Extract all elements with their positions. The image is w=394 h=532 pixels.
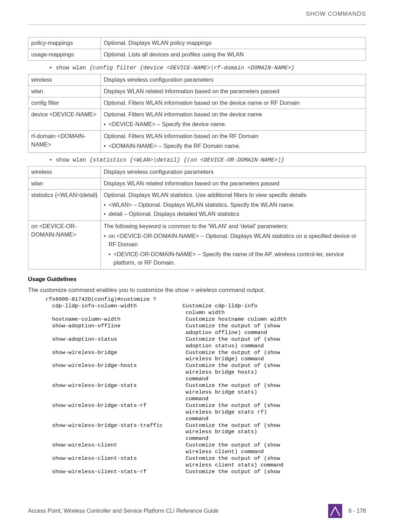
cell: usage-mappings xyxy=(28,49,101,60)
cli-output-block: rfs6000-81742D(config)#customize ? cdp-l… xyxy=(46,296,366,475)
cell: Optional. Lists all devices and profiles… xyxy=(101,49,366,60)
footer-left-text: Access Point, Wireless Controller and Se… xyxy=(28,508,219,514)
table-row: wireless Displays wireless configuration… xyxy=(28,74,366,86)
usage-text-pre: The customize command enables you to cus… xyxy=(28,287,175,293)
cell: policy-mappings xyxy=(28,37,101,49)
cell: Displays WLAN related information based … xyxy=(101,86,366,97)
cell: Optional. Filters WLAN information based… xyxy=(101,97,366,109)
table-row: wlan Displays WLAN related information b… xyxy=(28,86,366,97)
cell: The following keyword is common to the '… xyxy=(101,220,366,269)
table-row: wireless Displays wireless configuration… xyxy=(28,166,366,178)
brand-logo-icon xyxy=(328,504,342,518)
cell: wlan xyxy=(28,86,101,97)
table-row: on <DEVICE-OR-DOMAIN-NAME> The following… xyxy=(28,220,366,269)
cell-main: Optional. Filters WLAN information based… xyxy=(104,111,262,117)
cell: Optional. Displays WLAN policy mappings xyxy=(101,37,366,49)
cell: rf-domain <DOMAIN-NAME> xyxy=(28,131,101,153)
cell: on <DEVICE-OR-DOMAIN-NAME> xyxy=(28,220,101,269)
cell-main: Optional. Displays WLAN statistics. Use … xyxy=(104,192,306,198)
bullet: • xyxy=(49,65,53,71)
cell: Optional. Displays WLAN statistics. Use … xyxy=(101,190,366,221)
command-line-2: • show wlan {statistics {<WLAN>|detail} … xyxy=(49,157,366,163)
table-row: config filter Optional. Filters WLAN inf… xyxy=(28,97,366,109)
cell: Displays wireless configuration paramete… xyxy=(101,166,366,178)
cell: device <DEVICE-NAME> xyxy=(28,109,101,131)
usage-text-post: command output. xyxy=(217,287,265,293)
table-row: rf-domain <DOMAIN-NAME> Optional. Filter… xyxy=(28,131,366,153)
header-divider xyxy=(28,25,366,25)
table-row: device <DEVICE-NAME> Optional. Filters W… xyxy=(28,109,366,131)
page-footer: Access Point, Wireless Controller and Se… xyxy=(28,504,366,518)
cell-sub: <DOMAIN-NAME> – Specify the RF Domain na… xyxy=(104,142,363,150)
page-header-title: SHOW COMMANDS xyxy=(28,11,366,18)
usage-text-italic: show > wireless xyxy=(175,287,217,293)
table-row: statistics {<WLAN>|detail} Optional. Dis… xyxy=(28,190,366,221)
cmd-italic: {config filter {device <DEVICE-NAME>|rf-… xyxy=(89,65,295,71)
cell: wlan xyxy=(28,178,101,190)
cell: Optional. Filters WLAN information based… xyxy=(101,109,366,131)
cell-sub: <DEVICE-NAME> – Specify the device name. xyxy=(104,120,363,129)
cell-sub: <WLAN> – Optional. Displays WLAN statist… xyxy=(104,201,363,209)
cmd-italic: {statistics {<WLAN>|detail} {(on <DEVICE… xyxy=(89,157,284,163)
cell: wireless xyxy=(28,74,101,86)
cmd-literal: show wlan xyxy=(56,157,89,163)
usage-text: The customize command enables you to cus… xyxy=(28,286,366,294)
cell: Optional. Filters WLAN information based… xyxy=(101,131,366,153)
usage-guidelines-heading: Usage Guidelines xyxy=(28,276,366,282)
cell-main: Optional. Filters WLAN information based… xyxy=(104,133,258,139)
cell-main: The following keyword is common to the '… xyxy=(104,223,288,229)
cell-sub: detail – Optional. Displays detailed WLA… xyxy=(104,210,363,218)
table-statistics: wireless Displays wireless configuration… xyxy=(28,166,366,269)
cell-sub-text: on <DEVICE-OR-DOMAIN-NAME> – Optional. D… xyxy=(109,233,357,247)
table-row: policy-mappings Optional. Displays WLAN … xyxy=(28,37,366,49)
table-row: usage-mappings Optional. Lists all devic… xyxy=(28,49,366,60)
cmd-literal: show wlan xyxy=(56,65,89,71)
cell-sub-sub: <DEVICE-OR-DOMAIN-NAME> – Specify the na… xyxy=(109,250,363,267)
cell: Displays wireless configuration paramete… xyxy=(101,74,366,86)
cell-sub: on <DEVICE-OR-DOMAIN-NAME> – Optional. D… xyxy=(104,232,363,267)
table-policy-mappings: policy-mappings Optional. Displays WLAN … xyxy=(28,37,366,61)
cell: wireless xyxy=(28,166,101,178)
cell: Displays WLAN related information based … xyxy=(101,178,366,190)
cell: config filter xyxy=(28,97,101,109)
table-config-filter: wireless Displays wireless configuration… xyxy=(28,74,366,153)
footer-right: 6 - 178 xyxy=(328,504,366,518)
table-row: wlan Displays WLAN related information b… xyxy=(28,178,366,190)
cell: statistics {<WLAN>|detail} xyxy=(28,190,101,221)
command-line-1: • show wlan {config filter {device <DEVI… xyxy=(49,65,366,71)
page-number: 6 - 178 xyxy=(348,508,366,514)
bullet: • xyxy=(49,157,53,163)
